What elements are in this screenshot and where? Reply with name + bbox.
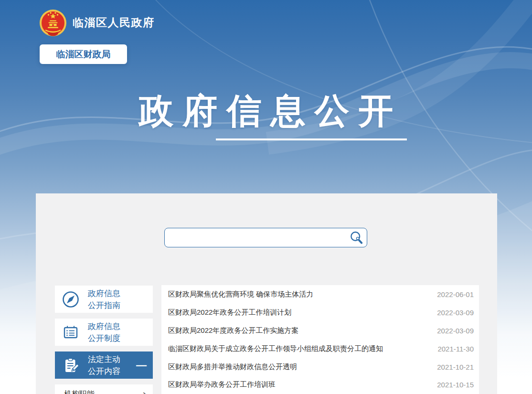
sidebar-item-info-disclosure-guide[interactable]: 政府信息 公开指南 <box>55 286 153 313</box>
page-title: 政府信息公开 <box>0 88 532 135</box>
sidebar-item-statutory-disclosure[interactable]: 法定主动 公开内容 — <box>55 351 153 379</box>
news-date: 2021-11-30 <box>437 345 474 353</box>
sidebar-subitem-org-functions[interactable]: 机构职能 › <box>55 384 153 394</box>
sidebar-item-label: 政府信息 公开指南 <box>88 288 120 311</box>
news-row[interactable]: 区财政局多措并举推动财政信息公开透明 2021-10-21 <box>161 358 479 376</box>
title-underline <box>216 138 407 140</box>
news-title[interactable]: 区财政局多措并举推动财政信息公开透明 <box>168 362 430 372</box>
news-row[interactable]: 区财政局2022年政务公开工作培训计划 2022-03-09 <box>161 304 479 322</box>
news-date: 2022-03-09 <box>437 309 474 317</box>
department-badge[interactable]: 临淄区财政局 <box>40 44 127 64</box>
search-icon <box>349 230 364 245</box>
news-title[interactable]: 区财政局聚焦优化营商环境 确保市场主体活力 <box>168 290 430 299</box>
search-button[interactable] <box>348 229 365 246</box>
page: 临淄区人民政府 临淄区财政局 政府信息公开 <box>0 0 532 394</box>
ledger-list-icon <box>61 323 80 342</box>
sidebar-item-label: 政府信息 公开制度 <box>88 320 120 344</box>
sidebar-item-label: 法定主动 公开内容 <box>88 353 120 377</box>
content-panel: 政府信息 公开指南 政府信息 公开制度 <box>36 193 497 394</box>
sidebar-sub-list: 机构职能 › <box>55 384 153 394</box>
compass-icon <box>61 290 80 309</box>
news-date: 2022-03-09 <box>437 327 474 335</box>
news-title[interactable]: 临淄区财政局关于成立政务公开工作领导小组组成及职责分工的通知 <box>168 344 431 353</box>
search-input[interactable] <box>165 228 348 247</box>
news-list: 区财政局聚焦优化营商环境 确保市场主体活力 2022-06-01 区财政局202… <box>161 285 479 394</box>
site-title: 临淄区人民政府 <box>73 15 155 30</box>
chevron-right-icon: › <box>142 389 147 394</box>
news-row[interactable]: 区财政局聚焦优化营商环境 确保市场主体活力 2022-06-01 <box>161 286 479 304</box>
sidebar-subitem-label: 机构职能 <box>64 389 95 394</box>
national-emblem-logo <box>39 9 67 40</box>
news-date: 2021-10-15 <box>437 381 474 389</box>
news-title[interactable]: 区财政局2022年政务公开工作培训计划 <box>168 308 430 317</box>
news-row[interactable]: 临淄区财政局关于成立政务公开工作领导小组组成及职责分工的通知 2021-11-3… <box>161 340 479 358</box>
news-title[interactable]: 区财政局举办政务公开工作培训班 <box>168 380 430 389</box>
news-row[interactable]: 区财政局2022年度政务公开工作实施方案 2022-03-09 <box>161 322 479 340</box>
news-date: 2021-10-21 <box>437 363 474 371</box>
clipboard-pencil-icon <box>61 356 80 375</box>
news-title[interactable]: 区财政局2022年度政务公开工作实施方案 <box>168 326 430 335</box>
sidebar-item-info-disclosure-system[interactable]: 政府信息 公开制度 <box>55 319 153 346</box>
sidebar-nav: 政府信息 公开指南 政府信息 公开制度 <box>55 286 153 394</box>
news-date: 2022-06-01 <box>437 290 474 298</box>
news-row[interactable]: 区财政局举办政务公开工作培训班 2021-10-15 <box>161 376 479 394</box>
collapse-minus-icon[interactable]: — <box>136 360 147 371</box>
search-box <box>164 228 367 247</box>
